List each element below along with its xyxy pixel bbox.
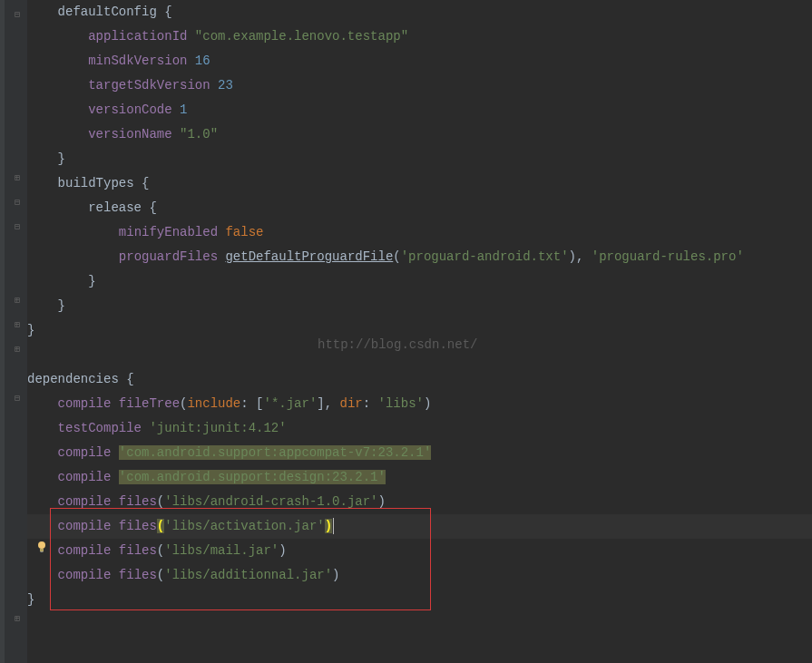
- code-line[interactable]: versionCode 1: [27, 98, 812, 122]
- code-line[interactable]: compile 'com.android.support:design:23.2…: [27, 465, 812, 490]
- editor-container: ⊟ ⊞ ⊟ ⊟ ⊞ ⊞ ⊞ ⊟ ⊞ defaultConfig { applic…: [0, 0, 812, 663]
- code-line[interactable]: targetSdkVersion 23: [27, 73, 812, 98]
- code-line[interactable]: compile files('libs/android-crash-1.0.ja…: [27, 490, 812, 514]
- fold-mark[interactable]: ⊞: [13, 295, 22, 304]
- lightbulb-icon[interactable]: [34, 540, 49, 554]
- code-line[interactable]: proguardFiles getDefaultProguardFile('pr…: [27, 245, 812, 269]
- code-line[interactable]: buildTypes {: [27, 171, 812, 196]
- fold-mark[interactable]: ⊞: [13, 613, 22, 622]
- code-line[interactable]: compile files('libs/additionnal.jar'): [27, 563, 812, 588]
- fold-mark[interactable]: ⊞: [13, 344, 22, 353]
- fold-mark[interactable]: ⊟: [13, 221, 22, 230]
- code-line[interactable]: }: [27, 147, 812, 171]
- fold-mark[interactable]: ⊟: [13, 9, 22, 18]
- fold-mark[interactable]: ⊞: [13, 319, 22, 328]
- code-line[interactable]: }: [27, 269, 812, 294]
- svg-point-0: [38, 541, 45, 549]
- code-line[interactable]: minifyEnabled false: [27, 220, 812, 245]
- watermark-text: http://blog.csdn.net/: [318, 337, 477, 352]
- fold-mark[interactable]: ⊟: [13, 197, 22, 206]
- fold-mark[interactable]: ⊟: [13, 393, 22, 402]
- code-line[interactable]: }: [27, 294, 812, 318]
- gutter: ⊟ ⊞ ⊟ ⊟ ⊞ ⊞ ⊞ ⊟ ⊞: [0, 0, 27, 663]
- code-line[interactable]: testCompile 'junit:junit:4.12': [27, 416, 812, 441]
- code-line[interactable]: compile files('libs/mail.jar'): [27, 539, 812, 563]
- gutter-border: [0, 0, 5, 663]
- code-line[interactable]: compile 'com.android.support:appcompat-v…: [27, 441, 812, 465]
- code-line[interactable]: versionName "1.0": [27, 122, 812, 147]
- code-line[interactable]: applicationId "com.example.lenovo.testap…: [27, 24, 812, 49]
- code-line[interactable]: compile fileTree(include: ['*.jar'], dir…: [27, 392, 812, 416]
- code-line[interactable]: release {: [27, 196, 812, 220]
- code-line[interactable]: defaultConfig {: [27, 0, 812, 24]
- code-line[interactable]: }: [27, 588, 812, 612]
- svg-rect-2: [41, 551, 44, 552]
- fold-mark[interactable]: ⊞: [13, 172, 22, 181]
- code-line[interactable]: dependencies {: [27, 367, 812, 392]
- code-area[interactable]: defaultConfig { applicationId "com.examp…: [27, 0, 812, 663]
- code-line[interactable]: minSdkVersion 16: [27, 49, 812, 73]
- svg-rect-1: [40, 549, 44, 551]
- code-line-current[interactable]: compile files('libs/activation.jar'): [27, 514, 812, 539]
- text-cursor: [333, 518, 334, 534]
